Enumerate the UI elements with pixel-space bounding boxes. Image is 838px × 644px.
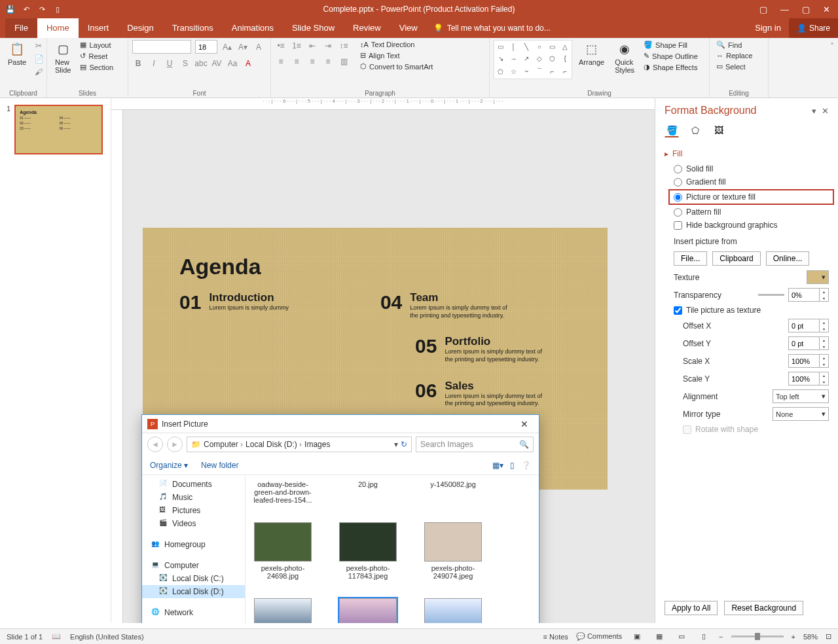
zoom-in-icon[interactable]: + [792, 633, 795, 641]
reset-button[interactable]: ↺Reset [77, 51, 116, 61]
breadcrumb[interactable]: Computer [204, 440, 243, 449]
comments-button[interactable]: 💬 Comments [576, 632, 622, 641]
apply-to-all-button[interactable]: Apply to All [665, 601, 718, 615]
columns-icon[interactable]: ▥ [338, 56, 350, 67]
alignment-select[interactable]: Top left▾ [773, 389, 829, 403]
file-item[interactable]: pexels-photo-117843.jpeg [338, 522, 397, 580]
sidebar-item-pictures[interactable]: 🖼Pictures [142, 504, 245, 517]
tab-insert[interactable]: Insert [79, 18, 118, 38]
picture-tab-icon[interactable]: 🖼 [712, 123, 726, 137]
decrease-indent-icon[interactable]: ⇤ [306, 40, 318, 52]
align-right-icon[interactable]: ≡ [306, 56, 318, 67]
sidebar-item-videos[interactable]: 🎬Videos [142, 517, 245, 530]
normal-view-icon[interactable]: ▣ [630, 631, 644, 643]
pane-options-icon[interactable]: ▾ [812, 106, 816, 116]
sign-in-link[interactable]: Sign in [747, 18, 789, 38]
close-icon[interactable]: ✕ [823, 5, 830, 14]
organize-button[interactable]: Organize ▾ [150, 461, 188, 470]
slide-sorter-view-icon[interactable]: ▦ [652, 631, 666, 643]
sidebar-item-local-d[interactable]: 💽Local Disk (D:) [142, 585, 245, 598]
tab-slideshow[interactable]: Slide Show [283, 18, 344, 38]
tell-me-search[interactable]: 💡 Tell me what you want to do... [427, 18, 557, 38]
fill-tab-icon[interactable]: 🪣 [665, 123, 679, 137]
align-text-button[interactable]: ⊟Align Text [357, 50, 435, 60]
pane-close-icon[interactable]: ✕ [822, 106, 829, 116]
hide-bg-graphics-check[interactable]: Hide background graphics [674, 219, 829, 232]
tab-home[interactable]: Home [37, 18, 79, 38]
sidebar-item-network[interactable]: 🌐Network [142, 606, 245, 619]
save-icon[interactable]: 💾 [5, 4, 16, 14]
breadcrumb[interactable]: Images [304, 440, 330, 449]
nav-forward-icon[interactable]: ► [167, 437, 183, 452]
shape-fill-button[interactable]: 🪣Shape Fill [641, 40, 701, 50]
file-item[interactable]: 20.jpg [338, 480, 397, 504]
numbering-icon[interactable]: 1≡ [291, 40, 302, 52]
font-family-select[interactable] [132, 40, 191, 54]
file-item[interactable]: y-1450082.jpg [424, 480, 483, 504]
tile-picture-check[interactable]: Tile picture as texture [674, 304, 829, 317]
redo-icon[interactable]: ↷ [37, 4, 47, 14]
convert-smartart-button[interactable]: ⬡Convert to SmartArt [357, 62, 435, 71]
preview-pane-icon[interactable]: ▯ [510, 461, 515, 470]
increase-font-icon[interactable]: A▴ [221, 41, 233, 53]
breadcrumb[interactable]: Local Disk (D:) [246, 440, 302, 449]
slideshow-view-icon[interactable]: ▯ [697, 631, 711, 643]
file-item[interactable]: pexels-photo-319882.jpeg [253, 598, 312, 623]
copy-icon[interactable]: 📄 [33, 53, 45, 65]
shape-effects-button[interactable]: ◑Shape Effects [641, 62, 701, 72]
increase-indent-icon[interactable]: ⇥ [322, 40, 334, 52]
tab-transitions[interactable]: Transitions [163, 18, 223, 38]
shape-outline-button[interactable]: ✎Shape Outline [641, 51, 701, 61]
zoom-out-icon[interactable]: − [719, 633, 723, 641]
collapse-ribbon-icon[interactable]: ˄ [830, 42, 834, 51]
font-size-select[interactable] [195, 40, 217, 54]
search-input[interactable]: Search Images 🔍 [416, 437, 534, 452]
undo-icon[interactable]: ↶ [21, 4, 31, 14]
notes-button[interactable]: ≡ Notes [543, 633, 568, 641]
font-color-icon[interactable]: A [242, 58, 254, 69]
solid-fill-radio[interactable]: Solid fill [674, 162, 829, 175]
sidebar-item-local-c[interactable]: 💽Local Disk (C:) [142, 572, 245, 585]
section-button[interactable]: ▤Section [77, 62, 116, 72]
minimize-icon[interactable]: — [780, 5, 789, 14]
insert-file-button[interactable]: File... [674, 251, 707, 266]
zoom-slider[interactable] [731, 635, 784, 637]
slide-thumbnail-1[interactable]: Agenda 01 ——04 —— 02 ——05 —— 03 ——06 —— [14, 105, 103, 154]
paste-button[interactable]: 📋 Paste [4, 40, 30, 67]
dialog-close-icon[interactable]: ✕ [515, 418, 534, 431]
character-spacing-icon[interactable]: AV [211, 58, 223, 69]
scale-x-spinner[interactable]: ▴▾ [788, 354, 829, 368]
align-left-icon[interactable]: ≡ [275, 56, 287, 67]
spellcheck-icon[interactable]: 📖 [52, 632, 61, 641]
reading-view-icon[interactable]: ▭ [674, 631, 689, 643]
justify-icon[interactable]: ≡ [322, 56, 334, 67]
insert-clipboard-button[interactable]: Clipboard [712, 251, 760, 266]
language-indicator[interactable]: English (United States) [70, 633, 144, 641]
start-from-beginning-icon[interactable]: ▯ [52, 4, 63, 14]
file-item[interactable]: pexels-photo-756799.jpeg [424, 598, 483, 623]
shadow-icon[interactable]: S [179, 58, 191, 69]
slide-counter[interactable]: Slide 1 of 1 [7, 633, 43, 641]
bullets-icon[interactable]: •≡ [275, 40, 287, 52]
find-button[interactable]: 🔍Find [714, 40, 755, 50]
replace-button[interactable]: ↔Replace [714, 51, 755, 60]
decrease-font-icon[interactable]: A▾ [237, 41, 249, 53]
shapes-gallery[interactable]: ▭│╲○▭△ ↘→↗◇⬡{ ⬠☆~⌒⌐⌐ [494, 40, 572, 79]
file-item[interactable]: pexels-photo-249074.jpeg [424, 522, 483, 580]
zoom-level[interactable]: 58% [803, 633, 818, 641]
address-bar[interactable]: 📁 Computer Local Disk (D:) Images ▾ ↻ [187, 437, 412, 452]
view-mode-icon[interactable]: ▦▾ [492, 461, 503, 470]
effects-tab-icon[interactable]: ⬠ [688, 123, 702, 137]
arrange-button[interactable]: ⬚ Arrange [575, 40, 608, 67]
gradient-fill-radio[interactable]: Gradient fill [674, 175, 829, 188]
mirror-type-select[interactable]: None▾ [773, 407, 829, 421]
fit-to-window-icon[interactable]: ⊡ [826, 632, 831, 641]
text-direction-button[interactable]: ↕AText Direction [357, 40, 435, 49]
chevron-down-icon[interactable]: ▾ [394, 440, 398, 449]
ribbon-options-icon[interactable]: ▢ [759, 5, 767, 14]
tab-animations[interactable]: Animations [223, 18, 283, 38]
offset-x-spinner[interactable]: ▴▾ [788, 319, 829, 332]
change-case-icon[interactable]: Aa [227, 58, 238, 69]
share-button[interactable]: 👤 Share [789, 18, 838, 38]
format-painter-icon[interactable]: 🖌 [33, 66, 45, 78]
